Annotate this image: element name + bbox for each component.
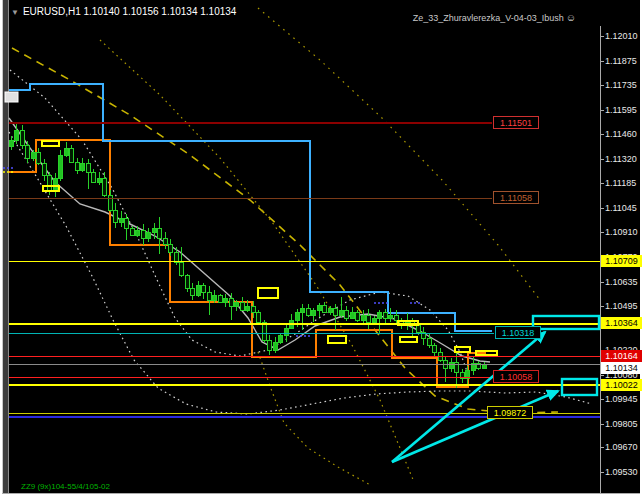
axis-tick-1.09805: 1.09805 xyxy=(605,419,643,429)
axis-tick-1.09945: 1.09945 xyxy=(605,394,643,404)
ohlc-text: EURUSD,H1 1.10140 1.10156 1.10134 1.1013… xyxy=(23,6,237,17)
axis-highlight-1.10364: 1.10364 xyxy=(601,317,642,329)
level-label-1.09872: 1.09872 xyxy=(487,406,533,419)
axis-highlight-1.10164: 1.10164 xyxy=(601,350,642,362)
yellow-dashed-ma xyxy=(12,48,558,413)
level-label-1.10058: 1.10058 xyxy=(493,370,539,383)
zigzag-status-label: ZZ9 (9x)104-55/4/105-02 xyxy=(21,482,110,491)
collapse-arrow-icon[interactable]: ▼ xyxy=(11,8,19,17)
yellow-dotted-band-2 xyxy=(258,8,540,300)
level-label-1.11501: 1.11501 xyxy=(493,116,539,129)
chart-canvas[interactable] xyxy=(0,0,644,498)
chart-ohlc-header: ▼EURUSD,H1 1.10140 1.10156 1.10134 1.101… xyxy=(11,6,236,17)
axis-highlight-1.10134: 1.10134 xyxy=(601,362,642,374)
blue-step-channel xyxy=(9,84,492,331)
axis-highlight-1.10022: 1.10022 xyxy=(601,379,642,391)
annotation-box-2[interactable] xyxy=(562,379,597,395)
level-label-1.11058: 1.11058 xyxy=(493,191,539,204)
mt4-chart-window: ▼EURUSD,H1 1.10140 1.10156 1.10134 1.101… xyxy=(0,0,644,498)
indicator-name-label: Ze_33_Zhuravlerezka_V-04-03_Ibush☺ xyxy=(380,12,576,23)
axis-tick-1.11460: 1.11460 xyxy=(605,129,643,139)
axis-tick-1.10495: 1.10495 xyxy=(605,301,643,311)
axis-tick-1.12010: 1.12010 xyxy=(605,31,643,41)
annotation-arrow-2[interactable] xyxy=(392,391,558,462)
axis-tick-1.11875: 1.11875 xyxy=(605,56,643,66)
axis-tick-1.11185: 1.11185 xyxy=(605,178,643,188)
yellow-dotted-band-3 xyxy=(258,352,372,486)
candles-layer xyxy=(9,124,486,388)
smiley-icon: ☺ xyxy=(566,12,576,23)
axis-tick-1.10910: 1.10910 xyxy=(605,227,643,237)
white-dotted-band-upper xyxy=(10,70,468,374)
step-channel-layer xyxy=(9,84,492,387)
axis-tick-1.09530: 1.09530 xyxy=(605,467,643,477)
axis-tick-1.11735: 1.11735 xyxy=(605,80,643,90)
orange-step-channel xyxy=(9,140,486,387)
annotation-box-1[interactable] xyxy=(533,316,599,329)
axis-tick-1.11045: 1.11045 xyxy=(605,203,643,213)
axis-tick-1.09670: 1.09670 xyxy=(605,442,643,452)
level-label-1.10318: 1.10318 xyxy=(495,326,541,339)
axis-highlight-1.10709: 1.10709 xyxy=(601,255,642,267)
axis-tick-1.11320: 1.11320 xyxy=(605,154,643,164)
mini-marks-layer xyxy=(3,92,497,355)
axis-tick-1.10635: 1.10635 xyxy=(605,277,643,287)
axis-tick-1.11595: 1.11595 xyxy=(605,105,643,115)
